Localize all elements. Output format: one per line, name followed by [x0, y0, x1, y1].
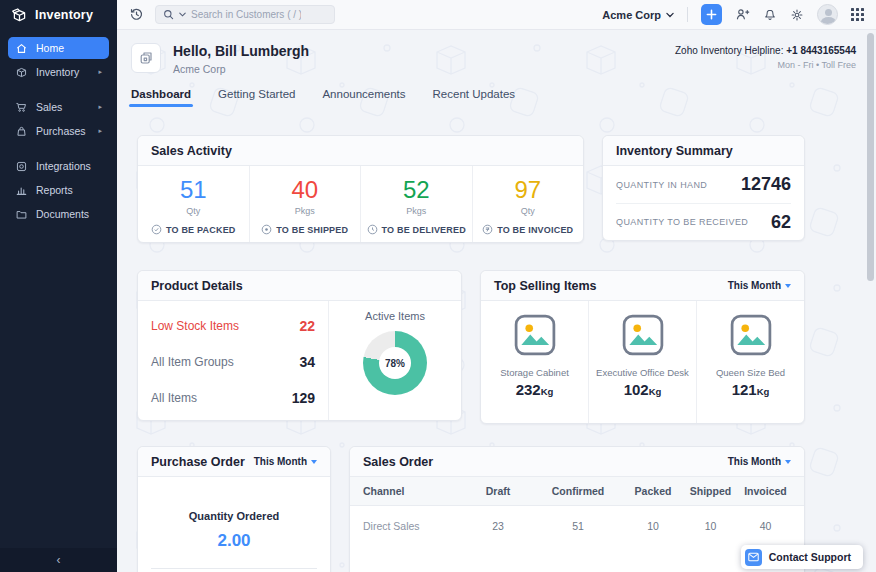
- row-label: Low Stock Items: [151, 319, 239, 333]
- sidebar-item-sales[interactable]: Sales ▸: [8, 96, 109, 118]
- table-row[interactable]: Direct Sales 23 51 10 10 40: [350, 506, 804, 546]
- all-item-groups-row[interactable]: All Item Groups 34: [151, 344, 315, 380]
- sidebar-item-documents[interactable]: Documents: [8, 203, 109, 225]
- cell-shipped: 10: [683, 520, 738, 532]
- quantity-in-hand-row: QUANTITY IN HAND 12746: [616, 166, 791, 203]
- sidebar-item-label: Documents: [36, 208, 89, 220]
- sales-order-card: Sales Order This Month Channel Draft Con…: [349, 446, 805, 572]
- item-image-placeholder-icon: [514, 314, 556, 356]
- item-name: Queen Size Bed: [716, 367, 785, 378]
- item-name: Executive Office Desk: [596, 367, 689, 378]
- chevron-right-icon: ▸: [98, 68, 102, 76]
- row-value: 34: [299, 354, 315, 370]
- apps-grid-icon[interactable]: [851, 8, 864, 21]
- stat-to-be-packed[interactable]: 51 Qty TO BE PACKED: [138, 166, 249, 242]
- stat-to-be-shipped[interactable]: 40 Pkgs TO BE SHIPPED: [249, 166, 361, 242]
- top-item-3[interactable]: Queen Size Bed 121Kg: [696, 301, 804, 423]
- recent-activity-icon[interactable]: [129, 7, 144, 22]
- global-search[interactable]: [155, 5, 335, 24]
- sidebar-item-label: Purchases: [36, 125, 86, 137]
- stat-label: TO BE SHIPPED: [276, 225, 348, 235]
- folder-icon: [15, 208, 28, 221]
- chevron-right-icon: ▸: [98, 103, 102, 111]
- plus-icon: [706, 9, 717, 20]
- vertical-scrollbar[interactable]: [867, 33, 874, 281]
- stat-value: 97: [514, 176, 541, 204]
- app-logo[interactable]: Inventory: [0, 0, 117, 30]
- org-package-icon: [131, 43, 161, 73]
- quick-create-button[interactable]: [701, 4, 722, 25]
- column-header: Draft: [463, 485, 533, 497]
- row-value: 129: [292, 390, 315, 406]
- column-header: Packed: [623, 485, 683, 497]
- sidebar-item-label: Integrations: [36, 160, 91, 172]
- item-value: 102: [624, 381, 649, 398]
- topbar-divider: [687, 7, 688, 22]
- card-title: Purchase Order: [151, 455, 245, 469]
- page-greeting: Hello, Bill Lumbergh: [173, 43, 309, 59]
- period-selector[interactable]: This Month: [728, 280, 791, 291]
- sidebar-item-inventory[interactable]: Inventory ▸: [8, 61, 109, 83]
- cell-confirmed: 51: [533, 520, 623, 532]
- cell-channel: Direct Sales: [363, 520, 463, 532]
- user-avatar[interactable]: [817, 4, 838, 25]
- invoice-circle-icon: [482, 224, 493, 235]
- envelope-icon: [745, 549, 762, 566]
- cell-draft: 23: [463, 520, 533, 532]
- stat-label: TO BE PACKED: [166, 225, 236, 235]
- low-stock-items-row[interactable]: Low Stock Items 22: [151, 308, 315, 344]
- check-circle-icon: [151, 224, 162, 235]
- all-items-row[interactable]: All Items 129: [151, 380, 315, 416]
- helpline-number: +1 8443165544: [786, 45, 856, 56]
- bag-icon: [15, 125, 28, 138]
- row-label: All Item Groups: [151, 355, 234, 369]
- sidebar-item-home[interactable]: Home: [8, 37, 109, 59]
- item-value: 232: [516, 381, 541, 398]
- org-name: Acme Corp: [602, 9, 661, 21]
- column-header: Channel: [363, 485, 463, 497]
- box-icon: [15, 66, 28, 79]
- period-selector[interactable]: This Month: [728, 456, 791, 467]
- search-scope-chevron-icon[interactable]: [179, 12, 186, 17]
- chevron-down-icon: [666, 12, 674, 18]
- tab-recent-updates[interactable]: Recent Updates: [433, 88, 515, 107]
- item-unit: Kg: [757, 386, 770, 397]
- sidebar-item-purchases[interactable]: Purchases ▸: [8, 120, 109, 142]
- stat-unit: Pkgs: [406, 206, 426, 216]
- stat-value: 52: [403, 176, 430, 204]
- helpline-hours: Mon - Fri • Toll Free: [675, 60, 856, 70]
- donut-label: Active Items: [365, 310, 425, 322]
- purchase-order-card: Purchase Order This Month Quantity Order…: [137, 446, 331, 572]
- tab-announcements[interactable]: Announcements: [322, 88, 405, 107]
- contact-support-button[interactable]: Contact Support: [741, 545, 863, 569]
- stat-to-be-delivered[interactable]: 52 Pkgs TO BE DELIVERED: [360, 166, 472, 242]
- stat-unit: Pkgs: [295, 206, 315, 216]
- sidebar-item-reports[interactable]: Reports: [8, 179, 109, 201]
- sidebar-collapse-button[interactable]: ‹: [0, 548, 117, 572]
- row-value: 22: [299, 318, 315, 334]
- notifications-bell-icon[interactable]: [763, 8, 777, 22]
- inventory-logo-icon: [11, 7, 28, 24]
- search-icon: [163, 9, 174, 20]
- org-selector[interactable]: Acme Corp: [602, 9, 674, 21]
- stat-to-be-invoiced[interactable]: 97 Qty TO BE INVOICED: [472, 166, 584, 242]
- period-selector[interactable]: This Month: [254, 456, 317, 467]
- top-item-2[interactable]: Executive Office Desk 102Kg: [588, 301, 696, 423]
- cell-invoiced: 40: [738, 520, 793, 532]
- stat-label: TO BE INVOICED: [497, 225, 573, 235]
- search-input[interactable]: [191, 9, 301, 20]
- row-value: 12746: [741, 174, 791, 195]
- top-selling-items-card: Top Selling Items This Month Storage Cab…: [480, 270, 805, 424]
- settings-gear-icon[interactable]: [790, 8, 804, 22]
- top-item-1[interactable]: Storage Cabinet 232Kg: [481, 301, 588, 423]
- donut-percent: 78%: [385, 358, 405, 369]
- main-content: Hello, Bill Lumbergh Acme Corp Zoho Inve…: [117, 30, 876, 572]
- tab-getting-started[interactable]: Getting Started: [218, 88, 295, 107]
- tab-dashboard[interactable]: Dashboard: [131, 88, 191, 107]
- divider: [151, 568, 317, 569]
- refer-user-icon[interactable]: [735, 7, 750, 22]
- sidebar-item-integrations[interactable]: Integrations: [8, 155, 109, 177]
- sidebar-item-label: Reports: [36, 184, 73, 196]
- card-title: Inventory Summary: [616, 144, 733, 158]
- row-label: All Items: [151, 391, 197, 405]
